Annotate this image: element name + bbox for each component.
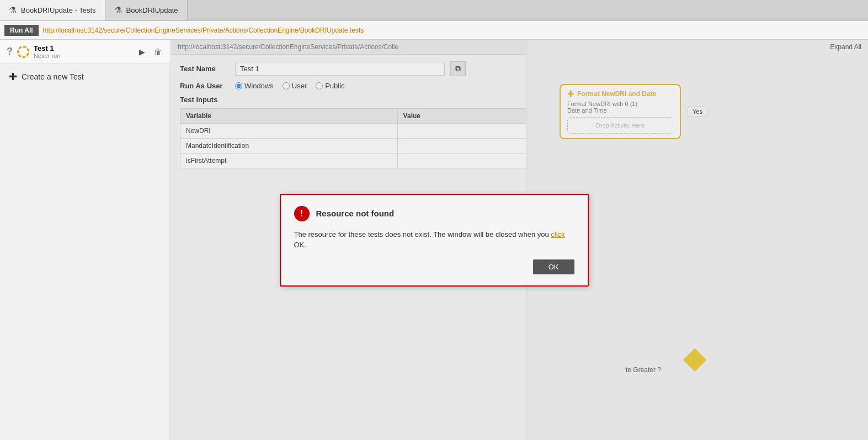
right-panel: http://localhost:3142/secure/CollectionE… [171, 40, 868, 440]
delete-test-button[interactable]: 🗑 [152, 46, 164, 57]
dialog-header: ! Resource not found [294, 206, 574, 221]
test-item: ? Test 1 Never run ▶ 🗑 [0, 40, 171, 64]
flask-icon-2: ⚗ [114, 5, 122, 15]
test-item-name: Test 1 [34, 44, 132, 52]
question-icon: ? [7, 46, 13, 57]
dialog-footer: OK [294, 259, 574, 274]
plus-icon: ✚ [9, 71, 17, 83]
dialog-box: ! Resource not found The resource for th… [280, 194, 589, 287]
run-all-button[interactable]: Run All [4, 25, 39, 36]
tab-main-label: BookDRIUpdate [126, 6, 178, 14]
tab-bar: ⚗ BookDRIUpdate - Tests ⚗ BookDRIUpdate [0, 0, 868, 21]
create-new-label: Create a new Test [22, 72, 84, 81]
tab-main[interactable]: ⚗ BookDRIUpdate [105, 0, 188, 20]
create-new-test[interactable]: ✚ Create a new Test [0, 64, 171, 89]
left-panel: ? Test 1 Never run ▶ 🗑 ✚ Create a new Te… [0, 40, 171, 440]
spinner-icon [17, 46, 29, 58]
tab-tests[interactable]: ⚗ BookDRIUpdate - Tests [0, 0, 105, 20]
click-link: click [551, 230, 565, 238]
main-layout: ? Test 1 Never run ▶ 🗑 ✚ Create a new Te… [0, 40, 868, 440]
test-item-icons: ▶ 🗑 [137, 46, 164, 57]
test-item-info: Test 1 Never run [34, 44, 132, 59]
dialog-title: Resource not found [316, 209, 395, 218]
run-test-button[interactable]: ▶ [137, 46, 147, 57]
ok-button[interactable]: OK [533, 259, 574, 274]
flask-icon-1: ⚗ [9, 5, 17, 15]
address-bar: Run All http://localhost:3142/secure/Col… [0, 21, 868, 40]
dialog-body: The resource for these tests does not ex… [294, 229, 574, 251]
error-icon: ! [294, 206, 310, 221]
address-url: http://localhost:3142/secure/CollectionE… [43, 26, 364, 34]
dialog-overlay: ! Resource not found The resource for th… [171, 40, 868, 440]
tab-tests-label: BookDRIUpdate - Tests [21, 6, 96, 14]
test-item-status: Never run [34, 52, 132, 59]
